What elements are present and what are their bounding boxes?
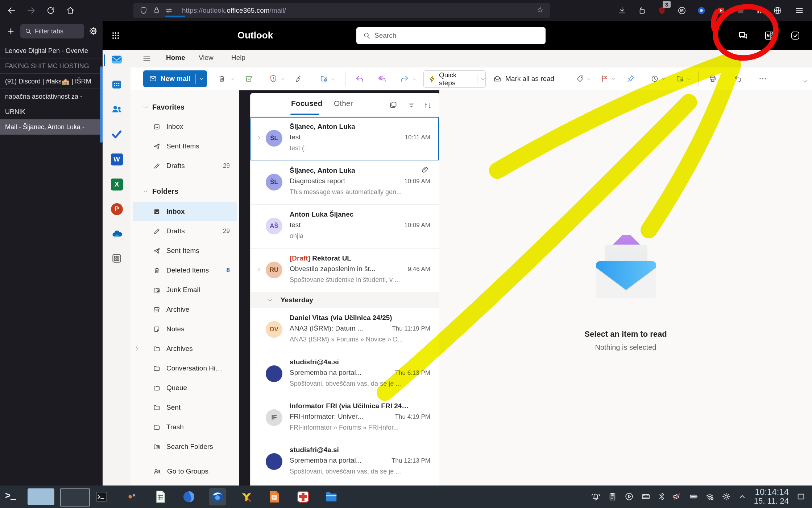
folders-header[interactable]: Folders	[139, 181, 233, 201]
taskbar-yellow-app-icon[interactable]	[239, 489, 254, 504]
tray-volume-muted-icon[interactable]	[672, 492, 682, 503]
taskbar-redcross-app-icon[interactable]	[296, 489, 310, 504]
rail-people-icon[interactable]	[110, 103, 123, 116]
message-row[interactable]: IF Informator FRI (via Učilnica FRI 24/2…	[250, 396, 439, 440]
go-to-groups[interactable]: Go to Groups	[133, 462, 237, 481]
section-header-yesterday[interactable]: Yesterday	[250, 292, 439, 308]
chevron-right-icon[interactable]	[134, 346, 140, 352]
window-button[interactable]	[60, 488, 90, 507]
reload-icon[interactable]	[44, 3, 58, 18]
message-row[interactable]: AŠ Anton Luka Šijanec test 10:09 AM ohjl…	[250, 204, 439, 249]
filter-icon[interactable]	[407, 101, 416, 111]
rules-folder-icon[interactable]	[674, 72, 687, 85]
folder-junk-email[interactable]: Junk Email	[133, 280, 237, 300]
undo-icon[interactable]	[732, 72, 745, 85]
tray-wifi-icon[interactable]	[705, 492, 714, 503]
chevron-down-icon[interactable]	[611, 76, 616, 83]
folder-archive[interactable]: Archive	[133, 300, 237, 319]
back-icon[interactable]	[4, 3, 19, 18]
mark-all-read-button[interactable]: Mark all as read	[493, 70, 554, 87]
tab-focused[interactable]: Focused	[291, 99, 322, 108]
more-options-icon[interactable]	[756, 72, 769, 85]
chevron-down-icon[interactable]	[280, 76, 285, 83]
chevron-down-icon[interactable]	[199, 76, 204, 82]
chevron-down-icon[interactable]	[661, 76, 666, 83]
sort-icon[interactable]: ↑↓	[424, 101, 432, 110]
taskbar-calc-icon[interactable]	[153, 489, 168, 504]
delete-icon[interactable]	[215, 72, 228, 85]
folder-sent[interactable]: Sent	[133, 398, 237, 417]
onenote-icon[interactable]	[764, 30, 775, 42]
taskbar-browser-icon[interactable]	[182, 489, 196, 504]
tray-brightness-icon[interactable]	[721, 492, 731, 503]
permissions-icon[interactable]	[165, 6, 173, 16]
folder-archives[interactable]: Archives	[133, 339, 237, 359]
sweep-icon[interactable]	[292, 72, 305, 85]
app-launcher-icon[interactable]	[111, 30, 121, 42]
quick-steps-button[interactable]: Quick steps	[423, 70, 486, 88]
chevron-down-icon[interactable]	[413, 76, 417, 83]
move-to-folder-icon[interactable]	[318, 72, 331, 85]
favorite-inbox[interactable]: Inbox	[133, 117, 237, 136]
chevron-down-icon[interactable]	[331, 76, 335, 83]
tray-play-icon[interactable]	[624, 492, 634, 503]
taskbar-app-icon[interactable]	[125, 489, 139, 504]
home-icon[interactable]	[63, 3, 78, 18]
new-mail-button[interactable]: New mail	[143, 70, 207, 87]
folder-deleted-items[interactable]: Deleted Items 8	[133, 261, 237, 280]
taskbar-terminal-icon[interactable]	[94, 489, 109, 504]
folder-notes[interactable]: Notes	[133, 319, 237, 339]
folder-trash[interactable]: Trash	[133, 417, 237, 437]
tray-notifications-bell-icon[interactable]	[591, 492, 601, 503]
pin-icon[interactable]	[624, 72, 637, 85]
report-icon[interactable]	[267, 72, 280, 85]
folder-queue[interactable]: Queue	[133, 378, 237, 398]
rail-calendar-icon[interactable]	[110, 78, 123, 91]
lock-icon[interactable]	[152, 6, 161, 16]
expand-chevron-icon[interactable]	[256, 267, 262, 272]
downloads-icon[interactable]	[617, 6, 627, 17]
reply-icon[interactable]	[353, 72, 366, 85]
favorite-sent-items[interactable]: Sent Items	[133, 136, 237, 156]
tab-item[interactable]: (91) Discord | #faks🏫 | IŠRM	[0, 73, 103, 89]
tab-other[interactable]: Other	[334, 99, 353, 108]
window-button-active[interactable]	[28, 488, 54, 505]
forward-icon[interactable]	[24, 3, 38, 18]
tab-view[interactable]: View	[199, 54, 214, 62]
rail-mail-icon[interactable]	[110, 53, 123, 66]
tracking-shield-icon[interactable]	[139, 6, 148, 16]
chevron-down-icon[interactable]	[480, 77, 485, 82]
chevron-down-icon[interactable]	[143, 189, 148, 194]
select-messages-icon[interactable]	[389, 101, 398, 111]
extension-hidden-2-icon[interactable]	[755, 6, 764, 17]
tab-help[interactable]: Help	[231, 54, 245, 62]
favorite-drafts[interactable]: Drafts 29	[133, 156, 237, 176]
folder-conversation-history[interactable]: Conversation Hist...	[133, 359, 237, 378]
tab-item-active[interactable]: Mail - Šijanec, Anton Luka -	[0, 119, 103, 135]
extension-hand-icon[interactable]	[637, 6, 647, 17]
tray-battery-icon[interactable]	[689, 492, 699, 503]
forward-icon[interactable]	[398, 72, 411, 85]
message-row[interactable]: ŠL Šijanec, Anton Luka Diagnostics repor…	[250, 160, 439, 205]
rail-excel-icon[interactable]: X	[110, 178, 123, 191]
sidebar-scrollbar[interactable]	[100, 66, 103, 143]
rail-word-icon[interactable]: W	[110, 153, 123, 166]
sidebar-gear-icon[interactable]	[88, 26, 98, 37]
rail-powerpoint-icon[interactable]: P	[110, 202, 123, 216]
folder-drafts[interactable]: Drafts 29	[133, 221, 237, 241]
menu-icon[interactable]	[795, 6, 804, 17]
extension-hidden-1-icon[interactable]	[736, 6, 745, 17]
favorites-header[interactable]: Favorites	[139, 97, 233, 117]
ribbon-hamburger-icon[interactable]	[142, 54, 152, 65]
tab-item[interactable]: URNIK	[0, 104, 103, 119]
tab-item[interactable]: napačna asociativnost za -	[0, 89, 103, 104]
chat-icon[interactable]	[738, 30, 749, 42]
rail-more-apps-icon[interactable]	[110, 252, 123, 265]
chevron-down-icon[interactable]	[687, 76, 691, 83]
folder-inbox[interactable]: Inbox	[133, 202, 237, 221]
url-bar[interactable]: https://outlook.office365.com/mail/ ☆	[133, 3, 550, 18]
show-desktop-icon[interactable]	[796, 492, 806, 503]
tab-home[interactable]: Home	[166, 54, 185, 62]
start-prompt-icon[interactable]: >_	[5, 490, 16, 501]
search-input[interactable]: Search	[356, 27, 546, 44]
